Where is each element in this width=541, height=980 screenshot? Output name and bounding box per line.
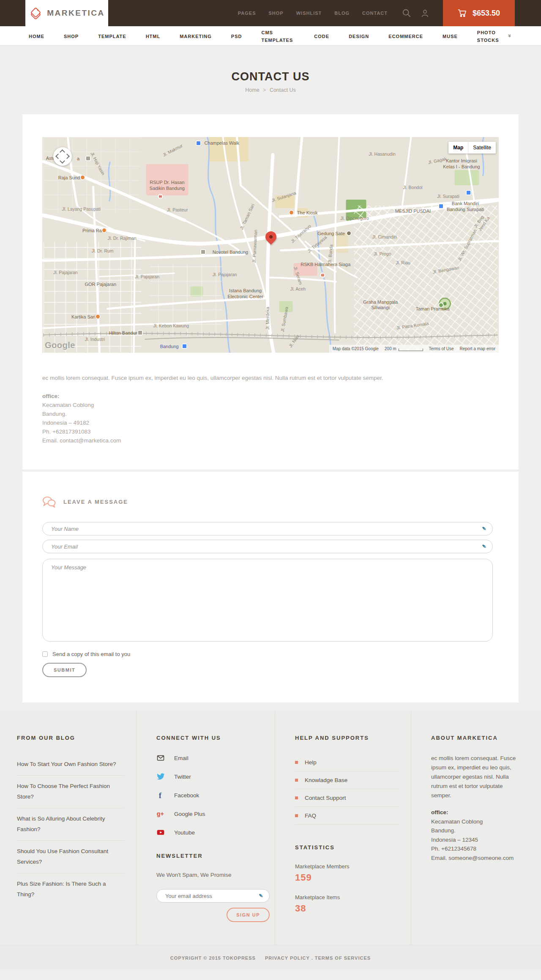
report-map-error-link[interactable]: Report a map error <box>460 346 495 351</box>
map-label: Jl. Bondol <box>403 185 422 190</box>
pan-left-icon[interactable] <box>55 154 61 159</box>
map-label: MESJID PUSDAI <box>395 209 431 214</box>
help-link[interactable]: FAQ <box>295 807 399 825</box>
social-link[interactable]: Youtube <box>156 828 263 837</box>
name-input[interactable] <box>42 522 493 535</box>
about-heading: ABOUT MARKETICA <box>431 735 524 741</box>
about-paragraph: ec mollis lorem consequat. Fusce ipsum e… <box>431 754 524 800</box>
header-nav-link[interactable]: WISHLIST <box>296 11 322 16</box>
map-label: Jl. Surapati <box>437 194 459 199</box>
google-map[interactable]: AstoaChampelas WalkJl. HasanudinJl. Haji… <box>42 137 499 353</box>
statistics-heading: STATISTICS <box>295 844 399 851</box>
map-label: Jl. Dr. Rajiman <box>107 236 136 241</box>
square-bullet-icon <box>295 761 298 764</box>
square-bullet-icon <box>295 779 298 782</box>
square-bullet-icon <box>295 796 298 799</box>
category-nav-item[interactable]: HOME <box>29 32 44 40</box>
category-nav-item[interactable]: MARKETING <box>180 32 212 40</box>
stat-block: Marketplace Items 38 <box>295 894 399 914</box>
send-copy-checkbox[interactable] <box>42 651 48 657</box>
map-data-credit: Map data ©2015 Google <box>333 346 379 351</box>
help-link[interactable]: Contact Support <box>295 789 399 807</box>
map-label: Jl. Dr. Rum <box>92 248 114 254</box>
header-nav-link[interactable]: PAGES <box>238 11 256 16</box>
newsletter-field-wrap: ✒ <box>156 889 270 903</box>
map-poi-icon <box>85 156 91 161</box>
help-link[interactable]: Help <box>295 754 399 771</box>
map-label: Taman Pramuka <box>415 306 449 312</box>
breadcrumb-home-link[interactable]: Home <box>245 87 259 93</box>
office-line: Kecamatan Coblong <box>431 817 524 826</box>
map-label: Jl. Pasteur <box>167 207 188 213</box>
map-label: a <box>77 156 79 162</box>
newsletter-heading: NEWSLETTER <box>156 853 263 859</box>
category-nav-item[interactable]: MUSE <box>443 32 458 40</box>
map-label: The Kiosk <box>297 210 318 216</box>
contact-info-card: AstoaChampelas WalkJl. HasanudinJl. Haji… <box>22 114 519 469</box>
form-heading: LEAVE A MESSAGE <box>63 499 128 505</box>
map-label: Champelas Walk <box>204 140 239 146</box>
map-poi-icon <box>438 203 444 209</box>
social-link[interactable]: Google Plus <box>156 810 263 818</box>
help-link[interactable]: Knowladge Base <box>295 771 399 789</box>
brand-logo[interactable]: MARKETICA <box>25 0 108 26</box>
category-nav-item[interactable]: PHOTO STOCKS <box>477 28 508 44</box>
signup-button[interactable]: SIGN UP <box>227 908 270 922</box>
terms-of-use-link[interactable]: Terms of Use <box>429 346 454 351</box>
copyright-bar: COPYRIGHT © 2015 TOKOPRESS PRIVACY POLIC… <box>0 945 541 970</box>
office-line: Indonesia – 49182 <box>42 418 499 427</box>
footer-about-column: ABOUT MARKETICA ec mollis lorem consequa… <box>411 711 524 945</box>
social-icon <box>156 772 165 781</box>
category-nav-item[interactable]: DESIGN <box>349 32 369 40</box>
stat-block: Marketplace Members 159 <box>295 863 399 883</box>
email-input[interactable] <box>42 540 493 553</box>
cart-total: $653.50 <box>473 9 500 18</box>
pan-right-icon[interactable] <box>64 154 70 159</box>
header-nav-link[interactable]: BLOG <box>334 11 350 16</box>
header-nav-link[interactable]: SHOP <box>269 11 284 16</box>
stat-value: 159 <box>295 872 399 883</box>
header-nav: PAGESSHOPWISHLISTBLOGCONTACT <box>238 11 388 16</box>
map-label: Kantor Imigrasi Kelas I - Bandung <box>443 158 480 170</box>
about-office-heading: office: <box>431 809 448 815</box>
blog-post-link[interactable]: How To Start Your Own Fashion Store? <box>17 754 124 775</box>
category-nav-item[interactable]: CODE <box>314 32 329 40</box>
pan-up-icon[interactable] <box>60 149 65 155</box>
newsletter-email-input[interactable] <box>156 889 270 903</box>
category-nav-item[interactable]: SHOP <box>64 32 79 40</box>
search-icon[interactable] <box>402 8 411 18</box>
legal-links[interactable]: PRIVACY POLICY . TERMS OF SERVICES <box>265 955 371 961</box>
map-poi-icon <box>95 314 101 319</box>
map-label: Bank Mandiri Bandung Surapati <box>447 201 484 213</box>
category-nav-item[interactable]: ECOMMERCE <box>388 32 423 40</box>
social-link[interactable]: Facebook <box>156 791 263 799</box>
intro-paragraph: ec mollis lorem consequat. Fusce ipsum e… <box>42 374 499 382</box>
map-label: Istana Bandung Electronic Center <box>227 288 263 300</box>
map-type-map-button[interactable]: Map <box>448 142 468 154</box>
pan-down-icon[interactable] <box>60 158 65 164</box>
scale-bar <box>399 349 423 351</box>
blog-post-link[interactable]: Should You Use Fashion Consultant Servic… <box>17 840 124 873</box>
message-field-wrap <box>42 559 493 643</box>
map-poi-icon <box>200 249 206 255</box>
office-line: Ph. +6212345678 <box>431 844 524 854</box>
submit-button[interactable]: SUBMIT <box>42 663 87 677</box>
category-nav-item[interactable]: PSD <box>231 32 242 40</box>
map-label: Jl. Industri <box>85 337 105 342</box>
category-nav-item[interactable]: HTML <box>146 32 161 40</box>
chevron-more-icon[interactable]: » <box>507 34 513 37</box>
map-type-satellite-button[interactable]: Satellite <box>468 142 496 154</box>
category-nav-item[interactable]: CMS TEMPLATES <box>261 28 295 44</box>
social-link[interactable]: Twitter <box>156 772 263 781</box>
social-link[interactable]: Email <box>156 754 263 762</box>
map-label: Jl. Hasanudin <box>369 151 396 157</box>
map-pan-control[interactable] <box>53 147 72 166</box>
header-nav-link[interactable]: CONTACT <box>362 11 388 16</box>
user-account-icon[interactable] <box>421 9 429 18</box>
message-textarea[interactable] <box>42 559 493 642</box>
category-nav-item[interactable]: TEMPLATE <box>98 32 126 40</box>
cart-button[interactable]: $653.50 <box>443 0 515 26</box>
blog-post-link[interactable]: What is So Alluring About Celebrity Fash… <box>17 808 124 840</box>
blog-post-link[interactable]: How To Choose The Perfect Fashion Store? <box>17 775 124 808</box>
blog-post-link[interactable]: Plus Size Fashion: Is There Such a Thing… <box>17 873 124 906</box>
